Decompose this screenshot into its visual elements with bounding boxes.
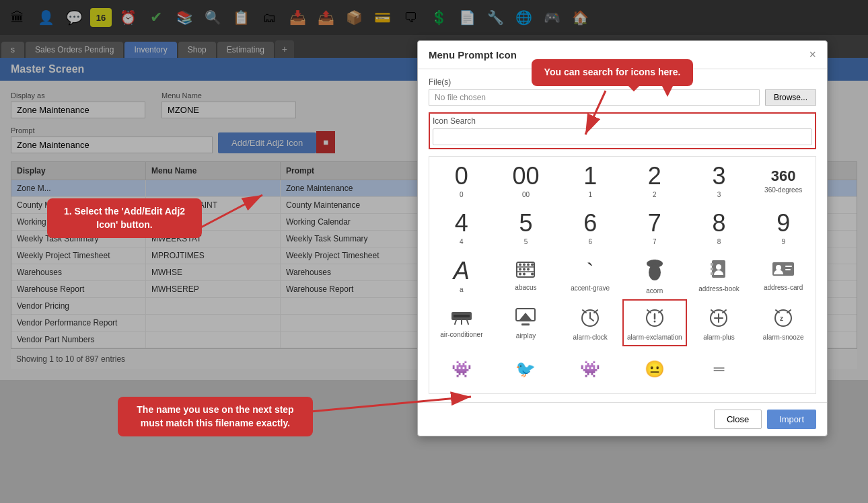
icon-name-00: 00 (522, 191, 530, 198)
icon-name-address-card: address-card (764, 284, 803, 291)
icon-search-wrapper: Icon Search (429, 112, 816, 149)
icon-cell-1[interactable]: 1 1 (558, 157, 622, 204)
icon-name-6: 6 (588, 238, 592, 245)
browse-button[interactable]: Browse... (765, 89, 816, 106)
icon-cell-misc4[interactable]: 😐 (622, 346, 687, 393)
icon-name-alarm-exclamation: alarm-exclamation (627, 334, 682, 341)
modal-body: File(s) No file chosen Browse... Icon Se… (418, 69, 827, 402)
icon-name-acorn: acorn (646, 287, 663, 295)
icon-cell-misc6[interactable] (751, 346, 816, 393)
modal-title: Menu Prompt Icon (429, 49, 517, 61)
svg-point-10 (519, 272, 521, 275)
icon-cell-6[interactable]: 6 6 (558, 204, 622, 251)
modal-close-footer-button[interactable]: Close (714, 410, 762, 429)
svg-rect-26 (454, 315, 470, 317)
svg-point-7 (519, 268, 521, 270)
icon-symbol-abacus (515, 261, 536, 281)
svg-marker-31 (519, 313, 532, 321)
icon-symbol-air-conditioner (451, 309, 472, 328)
svg-point-4 (523, 263, 526, 266)
icon-cell-address-book[interactable]: address-book (687, 251, 752, 299)
icon-name-1: 1 (588, 191, 592, 198)
icon-cell-9[interactable]: 9 9 (751, 204, 816, 251)
icon-name-2: 2 (653, 191, 657, 198)
icon-symbol-4: 4 (455, 211, 468, 235)
svg-line-29 (467, 320, 468, 324)
icon-symbol-accent-grave: ` (587, 260, 594, 282)
svg-line-35 (590, 318, 593, 321)
icon-cell-misc5[interactable]: ═ (687, 346, 752, 393)
icon-cell-abacus[interactable]: abacus (494, 251, 558, 299)
icons-grid: 0 0 00 00 1 1 2 2 3 3 360 360-degrees (429, 156, 816, 394)
icon-cell-alarm-exclamation[interactable]: alarm-exclamation (622, 299, 687, 346)
icon-name-4: 4 (460, 238, 464, 245)
svg-rect-19 (711, 272, 713, 275)
icon-cell-00[interactable]: 00 00 (494, 157, 558, 204)
icon-name-accent-grave: accent-grave (571, 284, 610, 292)
svg-rect-14 (653, 260, 656, 264)
icon-name-address-book: address-book (698, 285, 739, 293)
icon-cell-address-card[interactable]: address-card (751, 251, 816, 299)
icon-name-5: 5 (524, 238, 528, 245)
icon-cell-misc2[interactable]: 🐦 (494, 346, 558, 393)
icon-cell-alarm-clock[interactable]: alarm-clock (558, 299, 622, 346)
icon-symbol-misc2: 🐦 (515, 361, 536, 377)
icon-cell-3[interactable]: 3 3 (687, 157, 752, 204)
svg-point-20 (716, 264, 721, 270)
icon-symbol-misc4: 😐 (645, 361, 665, 377)
modal-close-button[interactable]: × (809, 48, 816, 62)
svg-rect-18 (711, 268, 713, 270)
icon-cell-8[interactable]: 8 8 (687, 204, 752, 251)
icon-cell-7[interactable]: 7 7 (622, 204, 687, 251)
svg-text:z: z (780, 315, 783, 322)
icon-cell-360[interactable]: 360 360-degrees (751, 157, 816, 204)
svg-point-6 (531, 263, 534, 266)
icon-name-a: a (460, 286, 464, 293)
icon-cell-alarm-snooze[interactable]: z alarm-snooze (751, 299, 816, 346)
icon-search-input[interactable] (433, 128, 812, 145)
svg-point-40 (653, 321, 655, 323)
icon-cell-5[interactable]: 5 5 (494, 204, 558, 251)
icon-symbol-alarm-clock (580, 306, 600, 331)
icon-cell-acorn[interactable]: acorn (622, 251, 687, 299)
icon-name-air-conditioner: air-conditioner (440, 331, 482, 338)
icon-name-360: 360-degrees (764, 186, 802, 194)
svg-point-15 (649, 264, 661, 280)
icon-symbol-360: 360 (771, 169, 796, 184)
icon-symbol-3: 3 (712, 164, 725, 188)
icon-symbol-alarm-plus (709, 306, 729, 331)
icon-name-0: 0 (460, 191, 464, 198)
menu-prompt-icon-modal: Menu Prompt Icon × File(s) No file chose… (417, 40, 828, 436)
icon-symbol-0: 0 (455, 164, 468, 188)
icon-cell-misc1[interactable]: 👾 (429, 346, 494, 393)
icon-name-8: 8 (717, 238, 721, 245)
svg-line-27 (455, 320, 456, 324)
icon-cell-accent-grave[interactable]: ` accent-grave (558, 251, 622, 299)
svg-point-48 (775, 310, 791, 326)
icon-cell-misc3[interactable]: 👾 (558, 346, 622, 393)
svg-rect-23 (785, 266, 792, 267)
icon-cell-4[interactable]: 4 4 (429, 204, 494, 251)
icon-cell-a[interactable]: A a (429, 251, 494, 299)
icon-name-alarm-plus: alarm-plus (703, 334, 735, 341)
icon-cell-airplay[interactable]: airplay (494, 299, 558, 346)
icon-symbol-address-card (772, 260, 795, 281)
icon-cell-2[interactable]: 2 2 (622, 157, 687, 204)
icon-cell-alarm-plus[interactable]: alarm-plus (687, 299, 752, 346)
svg-point-12 (531, 272, 534, 275)
svg-point-22 (776, 265, 781, 270)
icon-symbol-6: 6 (583, 211, 597, 235)
icon-name-airplay: airplay (516, 332, 536, 340)
icon-symbol-2: 2 (648, 164, 661, 188)
icon-symbol-7: 7 (648, 211, 661, 235)
icon-symbol-alarm-exclamation (645, 306, 665, 331)
icon-symbol-a: A (454, 259, 470, 283)
svg-rect-32 (521, 323, 530, 325)
callout-filename: The name you use on the next step must m… (118, 397, 313, 436)
modal-import-button[interactable]: Import (767, 410, 816, 429)
callout-select-button: 1. Select the 'Add/Edit Adj2 Icon' butto… (47, 198, 202, 238)
icon-search-label: Icon Search (433, 116, 812, 126)
icon-cell-air-conditioner[interactable]: air-conditioner (429, 299, 494, 346)
icon-cell-0[interactable]: 0 0 (429, 157, 494, 204)
icon-symbol-1: 1 (583, 164, 597, 188)
